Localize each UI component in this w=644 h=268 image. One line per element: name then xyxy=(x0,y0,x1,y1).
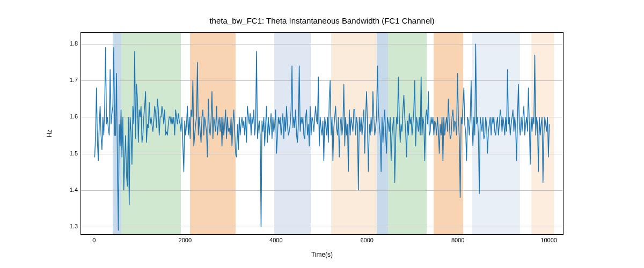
y-axis-label: Hz xyxy=(46,130,53,138)
y-tick-label: 1.6 xyxy=(70,113,78,120)
x-tick-label: 10000 xyxy=(540,237,557,243)
y-tick-label: 1.3 xyxy=(70,223,78,229)
x-tick-label: 2000 xyxy=(179,237,192,243)
x-axis-label: Time(s) xyxy=(311,251,333,258)
x-tick-label: 0 xyxy=(92,237,96,243)
x-tick-label: 4000 xyxy=(269,237,282,243)
chart-title: theta_bw_FC1: Theta Instantaneous Bandwi… xyxy=(0,16,644,25)
y-tick-label: 1.8 xyxy=(70,40,78,47)
line-series xyxy=(81,33,563,234)
plot-area xyxy=(80,32,564,235)
y-tick-label: 1.5 xyxy=(70,150,78,157)
x-tick-label: 8000 xyxy=(451,237,464,243)
x-tick-label: 6000 xyxy=(360,237,373,243)
y-tick-label: 1.4 xyxy=(70,187,78,193)
y-tick-label: 1.7 xyxy=(70,77,78,83)
